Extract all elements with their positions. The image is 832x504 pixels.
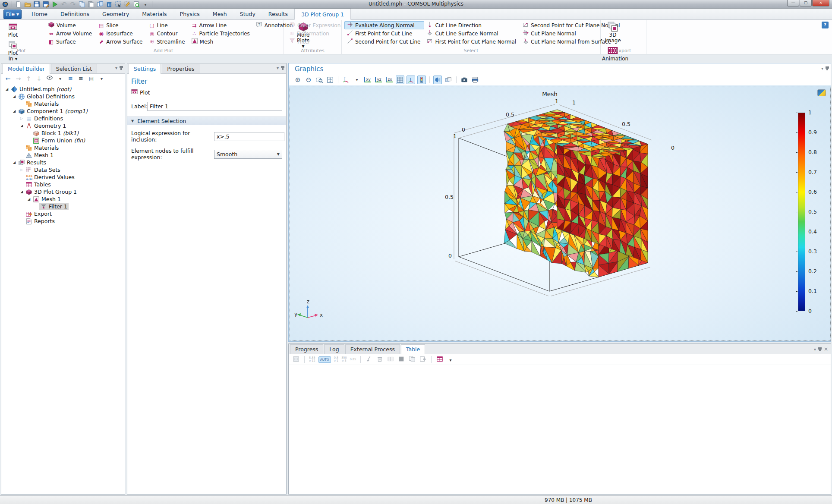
ribbon-button-slice[interactable]: ▤Slice [96,21,146,29]
tree-item-block-1-blk1[interactable]: Block 1(blk1) [3,129,125,137]
precision-auto[interactable]: AUTO [318,356,331,363]
ribbon-button-line[interactable]: ▢Line [147,21,189,29]
tree-item-mesh-1[interactable]: ◢Mesh 1 [3,195,125,203]
expand-toggle-icon[interactable]: ◢ [19,124,24,128]
ribbon-tab-materials[interactable]: Materials [136,9,173,20]
show-icon[interactable] [46,74,53,82]
ribbon-button-isosurface[interactable]: ◉Isosurface [96,29,146,38]
tree-item-definitions[interactable]: ▷≡Definitions [3,115,125,122]
view-zx-button[interactable]: zx [385,76,394,84]
graphics-plot-area[interactable]: Mesh00.5110.5010.50xyz 10.90.80.70.60.50… [289,85,831,341]
move-up-icon[interactable]: ↑ [25,75,32,82]
pin-icon[interactable] [120,66,122,70]
expand-toggle-icon[interactable]: ▷ [19,117,24,120]
ribbon-button-volume[interactable]: Volume [46,21,96,29]
dropdown-icon[interactable]: ▾ [98,75,105,82]
mesh-plot-3d[interactable]: Mesh00.5110.5010.50xyz [289,85,831,341]
move-down-icon[interactable]: ↓ [36,75,42,82]
tree-item-geometry-1[interactable]: ◢Geometry 1 [3,122,125,129]
settings-plot-button[interactable]: Plot [131,88,286,96]
go-to-default-view-button[interactable] [342,76,350,84]
ribbon-tab-home[interactable]: Home [25,9,54,20]
plot-thumbnail-icon[interactable] [817,89,826,96]
table-borders-button[interactable] [387,356,394,364]
tab-table[interactable]: Table [401,344,425,354]
zoom-in-button[interactable]: ⊕ [293,76,302,84]
tab-properties[interactable]: Properties [162,64,199,73]
ribbon-button-surface[interactable]: ◧Surface [46,38,96,46]
precision-0-5-e-1[interactable]: 0.5 e-1 [334,356,338,362]
color-legend-button[interactable] [417,76,426,84]
collapse-all-icon[interactable]: ≡ [78,75,84,82]
ribbon-button-arrow-volume[interactable]: ⇔Arrow Volume [46,29,96,38]
panel-menu-icon[interactable]: ▾ [115,66,117,70]
expand-toggle-icon[interactable]: ◢ [19,190,24,194]
tree-item-untitled-mph-root[interactable]: ◢Untitled.mph(root) [3,85,125,93]
tree-item-data-sets[interactable]: ▷Data Sets [3,166,125,173]
ribbon-button-second-point-for-cut-line[interactable]: Second Point for Cut Line [344,38,424,46]
image-snapshot-button[interactable] [460,76,469,84]
ribbon-button-contour[interactable]: ◎Contour [147,29,189,38]
expand-all-icon[interactable]: ≡ [67,75,74,82]
print-button[interactable] [471,76,479,84]
tree-item-component-1-comp1[interactable]: ◢Component 1(comp1) [3,107,125,115]
panel-menu-icon[interactable]: ▾ [821,66,823,71]
ribbon-button-color-expression[interactable]: Color Expression [287,21,344,29]
pin-icon[interactable] [282,66,284,70]
ribbon-tab-geometry[interactable]: Geometry [96,9,136,20]
dropdown-icon[interactable]: ▾ [57,75,63,82]
tree-item-reports[interactable]: Reports [3,217,125,225]
delete-table-button[interactable] [376,356,384,364]
element-nodes-select[interactable]: Smooth ▼ [214,150,282,159]
tree-item-materials[interactable]: Materials [3,100,125,107]
table-magenta-button[interactable] [436,356,444,364]
tree-item-form-union-fin[interactable]: Form Union(fin) [3,137,125,144]
panel-menu-icon[interactable]: ▾ [277,66,279,70]
tree-item-derived-values[interactable]: 8.85e-12Derived Values [3,173,125,181]
ribbon-button-filter[interactable]: Filter [287,38,344,46]
ribbon-button-deformation[interactable]: ≋Deformation [287,29,344,38]
maximize-button[interactable]: ▢ [800,0,812,6]
tree-item-mesh-1[interactable]: Mesh 1 [3,151,125,159]
tree-item-tables[interactable]: Tables [3,181,125,188]
zoom-extents-button[interactable] [326,76,334,84]
ribbon-button-cut-line-surface-normal[interactable]: Cut Line Surface Normal [424,29,520,38]
transparency-button[interactable] [444,76,453,84]
zoom-out-button[interactable]: ⊖ [304,76,313,84]
help-button[interactable]: ? [822,22,829,28]
ribbon-button-first-point-for-cut-plane-normal[interactable]: First Point for Cut Plane Normal [424,38,520,46]
ribbon-button-particle-trajectories[interactable]: ∴Particle Trajectories [189,29,254,38]
close-panel-icon[interactable]: × [824,346,828,352]
back-icon[interactable]: ← [5,75,11,82]
precision-0-85[interactable]: 0.85 [350,358,356,361]
precision-8-85-e-12[interactable]: 8.85 e-12 [309,356,315,362]
ribbon-tab-results[interactable]: Results [262,9,294,20]
pin-icon[interactable] [826,66,828,70]
ribbon-tab-study[interactable]: Study [233,9,262,20]
ribbon-button-arrow-surface[interactable]: ⬈Arrow Surface [96,38,146,46]
dropdown-dark-button[interactable]: ▾ [447,356,454,363]
model-tree-node-text-icon[interactable]: ▤ [88,75,95,82]
ribbon-button-first-point-for-cut-line[interactable]: First Point for Cut Line [344,29,424,38]
export-table-button[interactable] [419,356,427,364]
plot-button[interactable]: Plot [2,21,24,38]
view-yz-button[interactable]: yz [374,76,383,84]
3d-image-button[interactable]: 3D Image [602,21,624,44]
view-xy-button[interactable]: xy [363,76,372,84]
expand-toggle-icon[interactable]: ◢ [4,87,9,91]
ribbon-tab-mesh[interactable]: Mesh [206,9,233,20]
tab-model-builder[interactable]: Model Builder [3,64,50,74]
ribbon-tab-3d-plot-group-1[interactable]: 3D Plot Group 1 [294,9,351,20]
forward-icon[interactable]: → [15,75,22,82]
table-format-button[interactable] [292,356,300,364]
tab-external-process[interactable]: External Process [345,344,400,354]
element-selection-section[interactable]: ▼ Element Selection [127,117,286,125]
zoom-box-button[interactable] [315,76,324,84]
expand-toggle-icon[interactable]: ◢ [12,109,17,113]
ribbon-tab-definitions[interactable]: Definitions [54,9,96,20]
ribbon-button-evaluate-along-normal[interactable]: Evaluate Along Normal [344,21,424,29]
expand-toggle-icon[interactable]: ◢ [26,197,32,201]
logical-expression-input[interactable] [214,132,284,141]
ribbon-tab-physics[interactable]: Physics [173,9,206,20]
tab-selection-list[interactable]: Selection List [51,64,97,73]
